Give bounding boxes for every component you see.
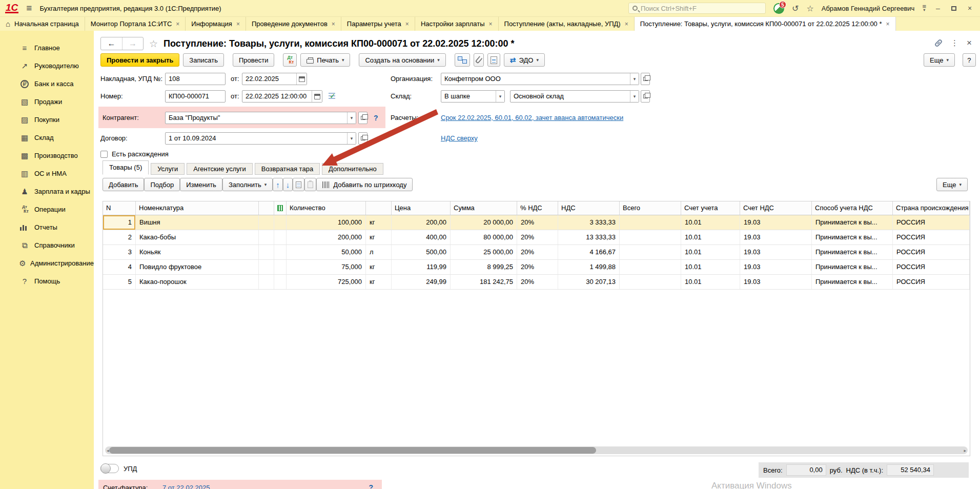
cell-vat_account[interactable]: 19.03 — [740, 275, 812, 289]
invoice-date-field[interactable]: 22.02.2025 — [242, 73, 307, 85]
cell-vat[interactable]: 13 333,33 — [558, 230, 620, 244]
number-field[interactable]: КП00-000071 — [165, 90, 226, 103]
related-documents-button[interactable] — [455, 53, 470, 67]
app-tab-posting-docs[interactable]: Проведение документов × — [246, 17, 341, 31]
scroll-left-icon[interactable]: ◂ — [107, 448, 109, 453]
cell-name[interactable]: Повидло фруктовое — [136, 260, 259, 274]
table-row[interactable]: 1Вишня100,000кг200,0020 000,0020%3 333,3… — [103, 215, 970, 230]
cell-account[interactable]: 10.01 — [681, 245, 740, 259]
cell-vat_method[interactable]: Принимается к вы... — [812, 230, 893, 244]
doc-tab-goods[interactable]: Товары (5) — [103, 160, 149, 175]
table-more-button[interactable]: Еще ▾ — [936, 178, 968, 191]
cell-sum[interactable]: 80 000,00 — [451, 230, 517, 244]
cell-vat_method[interactable]: Принимается к вы... — [812, 245, 893, 259]
column-header-7[interactable]: Сумма — [451, 201, 517, 215]
tab-close-icon[interactable]: × — [625, 21, 628, 28]
tab-close-icon[interactable]: × — [886, 21, 890, 28]
cell-vat[interactable]: 1 499,88 — [558, 260, 620, 274]
settlements-link[interactable]: Срок 22.02.2025, 60.01, 60.02, зачет ава… — [441, 112, 623, 124]
sidebar-item-sales[interactable]: ▧ Продажи — [0, 93, 94, 111]
sidebar-item-administration[interactable]: ⚙ Администрирование — [0, 254, 94, 272]
cell-vat_rate[interactable]: 20% — [517, 245, 558, 259]
counterparty-open-button[interactable] — [358, 112, 368, 124]
cell-price[interactable]: 400,00 — [392, 230, 451, 244]
cell-unit[interactable]: кг — [366, 230, 392, 244]
cell-account[interactable]: 10.01 — [681, 215, 740, 230]
cell-qty[interactable]: 100,000 — [287, 215, 366, 230]
copy-rows-button[interactable] — [293, 178, 304, 191]
cell-sum[interactable]: 181 242,75 — [451, 275, 517, 289]
more-button[interactable]: Еще ▾ — [924, 53, 955, 67]
dropdown-icon[interactable]: ▾ — [347, 112, 356, 124]
forward-button[interactable]: → — [122, 37, 143, 50]
cell-unit[interactable]: л — [366, 245, 392, 259]
column-header-3[interactable] — [274, 201, 287, 215]
cell-icon[interactable] — [274, 245, 287, 259]
cell-sp[interactable] — [259, 245, 274, 259]
sidebar-item-help[interactable]: ? Помощь — [0, 272, 94, 290]
back-button[interactable]: ← — [101, 37, 122, 50]
app-tab-receipts-list[interactable]: Поступление (акты, накладные, УПД) × — [499, 17, 635, 31]
document-report-button[interactable] — [487, 53, 500, 67]
main-menu-icon[interactable]: ≡ — [26, 3, 32, 14]
cell-vat_account[interactable]: 19.03 — [740, 215, 812, 230]
cell-vat_rate[interactable]: 20% — [517, 260, 558, 274]
app-tab-its-monitor[interactable]: Монитор Портала 1С:ИТС × — [85, 17, 186, 31]
cell-vat[interactable]: 4 166,67 — [558, 245, 620, 259]
app-tab-accounting-params[interactable]: Параметры учета × — [341, 17, 415, 31]
dtkt-postings-button[interactable]: ДтКт — [283, 53, 297, 67]
sidebar-item-reports[interactable]: Отчеты — [0, 218, 94, 236]
cell-country[interactable]: РОССИЯ — [893, 245, 970, 259]
invoice-help-icon[interactable]: ? — [369, 483, 373, 489]
cell-icon[interactable] — [274, 215, 287, 230]
column-header-2[interactable] — [259, 201, 274, 215]
cell-sp[interactable] — [259, 230, 274, 244]
notifications-bell-icon[interactable]: 5 — [773, 3, 784, 14]
cell-qty[interactable]: 50,000 — [287, 245, 366, 259]
move-down-button[interactable]: ↓ — [283, 178, 293, 191]
fill-button[interactable]: Заполнить ▾ — [222, 178, 273, 191]
close-document-icon[interactable]: × — [967, 38, 972, 48]
cell-vat_rate[interactable]: 20% — [517, 230, 558, 244]
dropdown-icon[interactable]: ▾ — [347, 133, 356, 144]
cell-sum[interactable]: 8 999,25 — [451, 260, 517, 274]
cell-n[interactable]: 5 — [103, 275, 136, 289]
warehouse-open-button[interactable] — [641, 90, 650, 103]
doc-tab-additional[interactable]: Дополнительно — [322, 163, 383, 175]
favorite-star-icon[interactable]: ☆ — [149, 38, 158, 50]
tab-close-icon[interactable]: × — [236, 21, 240, 28]
column-header-12[interactable]: Счет НДС — [740, 201, 812, 215]
cell-n[interactable]: 2 — [103, 230, 136, 244]
add-row-button[interactable]: Добавить — [103, 178, 144, 191]
cell-sp[interactable] — [259, 215, 274, 230]
column-header-11[interactable]: Счет учета — [681, 201, 740, 215]
cell-total[interactable] — [620, 245, 681, 259]
app-tab-salary-settings[interactable]: Настройки зарплаты × — [415, 17, 499, 31]
restore-button[interactable] — [950, 4, 958, 12]
cell-name[interactable]: Какао-порошок — [136, 275, 259, 289]
warehouse-field[interactable]: Основной склад ▾ — [510, 90, 639, 103]
org-open-button[interactable] — [641, 73, 650, 85]
cell-name[interactable]: Вишня — [136, 215, 259, 230]
print-button[interactable]: Печать ▾ — [300, 53, 350, 67]
doc-tab-returnable-packaging[interactable]: Возвратная тара — [255, 163, 320, 175]
cell-price[interactable]: 249,99 — [392, 275, 451, 289]
column-header-6[interactable]: Цена — [392, 201, 451, 215]
app-tab-receipt-doc[interactable]: Поступление: Товары, услуги, комиссия КП… — [635, 17, 896, 31]
column-header-1[interactable]: Номенклатура — [136, 201, 259, 215]
dropdown-icon[interactable]: ▾ — [496, 91, 504, 102]
contract-field[interactable]: 1 от 10.09.2024 ▾ — [165, 132, 356, 145]
cell-country[interactable]: РОССИЯ — [893, 215, 970, 230]
sidebar-item-purchases[interactable]: ▨ Покупки — [0, 111, 94, 129]
discrepancy-checkbox[interactable] — [100, 151, 108, 158]
favorites-star-icon[interactable]: ☆ — [806, 4, 813, 13]
cell-vat_account[interactable]: 19.03 — [740, 260, 812, 274]
table-row[interactable]: 2Какао-бобы200,000кг400,0080 000,0020%13… — [103, 230, 970, 245]
tab-close-icon[interactable]: × — [405, 21, 409, 28]
user-name[interactable]: Абрамов Геннадий Сергеевич — [822, 5, 915, 12]
sidebar-item-manager[interactable]: ↗ Руководителю — [0, 57, 94, 75]
dropdown-icon[interactable]: ▾ — [630, 91, 639, 102]
service-menu-icon[interactable]: ≡▾ — [922, 5, 926, 12]
save-button[interactable]: Записать — [183, 53, 224, 67]
cell-vat_method[interactable]: Принимается к вы... — [812, 275, 893, 289]
